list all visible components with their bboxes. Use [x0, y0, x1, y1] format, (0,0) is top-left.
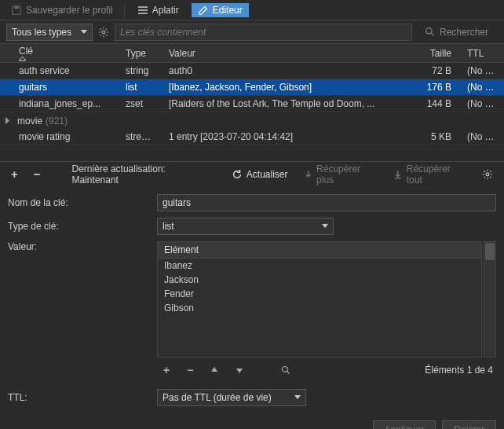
- editor-tab[interactable]: Editeur: [192, 3, 249, 17]
- svg-point-6: [426, 28, 432, 34]
- save-profile-button: Sauvegarder le profil: [6, 3, 118, 17]
- ttl-label: TTL:: [8, 392, 157, 403]
- key-type-label: Type de clé:: [8, 221, 157, 232]
- value-remove-button[interactable]: −: [184, 362, 196, 378]
- list-item[interactable]: Jackson: [158, 273, 481, 287]
- gear-button[interactable]: [96, 24, 111, 40]
- search-label: Rechercher: [440, 27, 488, 38]
- chevron-down-icon: [81, 30, 87, 35]
- apply-button[interactable]: Appliquer: [373, 420, 436, 429]
- remove-button[interactable]: −: [31, 166, 44, 182]
- flatten-label: Aplatir: [152, 5, 179, 16]
- key-type-select[interactable]: list: [157, 218, 334, 235]
- last-refresh: Dernière actualisation: Maintenant: [72, 163, 210, 185]
- column-value[interactable]: Valeur: [161, 48, 408, 59]
- fetch-all-button: Récupérer tout: [390, 162, 469, 187]
- type-filter-combo[interactable]: Tous les types: [6, 24, 93, 41]
- value-down-button[interactable]: [232, 365, 247, 376]
- key-name-input[interactable]: [157, 194, 496, 211]
- ttl-select[interactable]: Pas de TTL (durée de vie): [157, 389, 306, 406]
- column-ttl[interactable]: TTL: [459, 48, 504, 59]
- flatten-tab[interactable]: Aplatir: [131, 3, 185, 17]
- table-row[interactable]: indiana_jones_ep... zset [Raiders of the…: [0, 96, 504, 112]
- svg-line-10: [287, 372, 290, 374]
- svg-point-8: [486, 173, 489, 176]
- group-row[interactable]: movie (921): [0, 112, 504, 129]
- save-profile-label: Sauvegarder le profil: [26, 5, 113, 16]
- settings-button[interactable]: [479, 167, 496, 182]
- reject-button[interactable]: Rejeter: [442, 420, 496, 429]
- group-count: (921): [46, 116, 68, 126]
- list-item[interactable]: Ibanez: [158, 258, 481, 273]
- search-button[interactable]: Rechercher: [415, 27, 498, 38]
- svg-point-9: [283, 367, 288, 372]
- table-row[interactable]: movie rating stream 1 entry [2023-07-20 …: [0, 129, 504, 145]
- chevron-down-icon: [322, 224, 328, 229]
- refresh-button[interactable]: Actualiser: [228, 167, 291, 182]
- column-type[interactable]: Type: [118, 48, 161, 59]
- value-header: Elément: [158, 242, 481, 258]
- sort-asc-icon: [19, 57, 110, 61]
- svg-rect-1: [14, 6, 18, 9]
- svg-point-5: [102, 31, 105, 34]
- group-label: movie: [17, 116, 42, 126]
- type-filter-value: Tous les types: [12, 27, 71, 38]
- value-up-button[interactable]: [207, 365, 221, 376]
- value-search-button[interactable]: [278, 364, 294, 376]
- elements-count: Éléments 1 de 4: [425, 365, 496, 376]
- key-search-field[interactable]: [120, 27, 407, 38]
- table-row[interactable]: guitars list [Ibanez, Jackson, Fender, G…: [0, 79, 504, 96]
- table-row[interactable]: auth service string auth0 72 B (No T...: [0, 63, 504, 79]
- scroll-thumb[interactable]: [485, 243, 495, 260]
- scrollbar[interactable]: [484, 241, 496, 358]
- value-list[interactable]: Elément Ibanez Jackson Fender Gibson: [157, 241, 482, 358]
- column-key[interactable]: Clé: [0, 46, 118, 61]
- add-button[interactable]: +: [8, 166, 21, 182]
- chevron-down-icon: [294, 395, 301, 400]
- column-size[interactable]: Taille: [408, 48, 459, 59]
- expand-icon: [5, 117, 13, 124]
- fetch-more-button: Récupérer plus: [301, 162, 382, 187]
- value-label: Valeur:: [8, 241, 157, 252]
- editor-label: Editeur: [213, 5, 243, 16]
- key-search-input[interactable]: [115, 24, 412, 41]
- value-add-button[interactable]: +: [160, 362, 173, 378]
- list-item[interactable]: Fender: [158, 287, 481, 301]
- key-name-label: Nom de la clé:: [8, 197, 157, 208]
- list-item[interactable]: Gibson: [158, 301, 481, 315]
- svg-line-7: [431, 33, 433, 35]
